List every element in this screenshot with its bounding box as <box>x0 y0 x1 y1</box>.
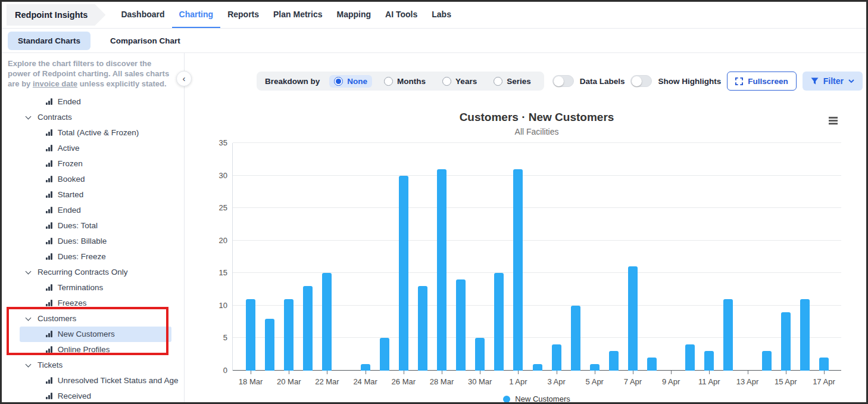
y-axis-label: 25 <box>204 203 227 212</box>
bar-18-mar[interactable] <box>246 299 255 371</box>
tree-item-unresolved-ticket-status-and-age[interactable]: Unresolved Ticket Status and Age <box>2 373 184 389</box>
bar-chart-icon <box>46 191 52 198</box>
x-axis-label: 28 Mar <box>423 377 461 386</box>
bar-1-apr[interactable] <box>513 169 523 371</box>
y-axis-label: 0 <box>204 366 227 375</box>
legend-dot-icon <box>503 396 510 403</box>
nav-item-plan-metrics[interactable]: Plan Metrics <box>266 2 329 28</box>
breakdown-option-years[interactable]: Years <box>438 75 482 88</box>
bar-15-apr[interactable] <box>781 312 791 371</box>
tree-item-label: Customers <box>38 314 76 323</box>
tree-item-dues-billable[interactable]: Dues: Billable <box>2 234 184 249</box>
fullscreen-button[interactable]: Fullscreen <box>727 72 797 91</box>
bar-10-apr[interactable] <box>685 344 695 371</box>
breakdown-option-series[interactable]: Series <box>489 75 536 88</box>
breakdown-option-none[interactable]: None <box>329 75 372 88</box>
bar-11-apr[interactable] <box>704 351 714 371</box>
gridline <box>233 240 841 241</box>
tree-item-active[interactable]: Active <box>2 141 184 156</box>
bar-4-apr[interactable] <box>571 306 580 371</box>
bar-8-apr[interactable] <box>647 358 657 371</box>
sidebar-collapse-button[interactable]: ‹ <box>176 71 192 86</box>
nav-item-ai-tools[interactable]: AI Tools <box>378 2 424 28</box>
bar-28-mar[interactable] <box>437 169 447 371</box>
tab-comparison-chart[interactable]: Comparison Chart <box>100 32 191 50</box>
bar-chart-icon <box>46 346 52 353</box>
show-highlights-toggle[interactable] <box>630 75 652 87</box>
tree-item-label: Online Profiles <box>58 345 110 354</box>
tab-standard-charts[interactable]: Standard Charts <box>8 32 90 50</box>
bar-25-mar[interactable] <box>380 338 389 371</box>
bar-27-mar[interactable] <box>418 286 427 371</box>
nav-item-charting[interactable]: Charting <box>172 2 221 28</box>
bar-3-apr[interactable] <box>552 344 561 371</box>
y-axis-label: 10 <box>204 301 227 310</box>
bar-24-mar[interactable] <box>361 364 370 371</box>
chevron-down-icon <box>848 79 854 83</box>
y-axis-label: 30 <box>204 171 227 180</box>
tree-group-tickets[interactable]: Tickets <box>2 358 184 373</box>
bar-2-apr[interactable] <box>533 364 542 371</box>
chart-legend-item[interactable]: New Customers <box>232 394 841 403</box>
bar-6-apr[interactable] <box>609 351 619 371</box>
tree-item-ended[interactable]: Ended <box>2 94 184 110</box>
tree-item-dues-total[interactable]: Dues: Total <box>2 218 184 234</box>
filter-button[interactable]: Filter <box>803 72 863 91</box>
tree-item-label: Unresolved Ticket Status and Age <box>58 376 179 385</box>
tree-item-freezes[interactable]: Freezes <box>2 296 184 311</box>
tree-item-label: Recurring Contracts Only <box>38 268 128 276</box>
bar-26-mar[interactable] <box>399 176 408 371</box>
y-axis-label: 15 <box>204 268 227 277</box>
tree-item-received[interactable]: Received <box>2 389 184 404</box>
tree-group-customers[interactable]: Customers <box>2 311 184 327</box>
tree-item-new-customers[interactable]: New Customers <box>20 327 171 342</box>
bar-16-apr[interactable] <box>800 299 810 371</box>
tree-group-contracts[interactable]: Contracts <box>2 110 184 125</box>
tree-item-dues-freeze[interactable]: Dues: Freeze <box>2 249 184 265</box>
tree-group-recurring-contracts-only[interactable]: Recurring Contracts Only <box>2 265 184 280</box>
bar-12-apr[interactable] <box>723 299 733 371</box>
breakdown-option-months[interactable]: Months <box>379 75 430 88</box>
bar-30-mar[interactable] <box>475 338 485 371</box>
tree-item-label: New Customers <box>58 330 115 338</box>
main-nav: Dashboard Charting Reports Plan Metrics … <box>114 2 458 28</box>
tree-item-total-active-frozen[interactable]: Total (Active & Frozen) <box>2 125 184 141</box>
data-labels-toggle[interactable] <box>552 75 574 87</box>
bar-21-mar[interactable] <box>303 286 313 371</box>
tree-item-ended[interactable]: Ended <box>2 203 184 218</box>
bar-19-mar[interactable] <box>265 319 274 371</box>
tree-item-booked[interactable]: Booked <box>2 172 184 187</box>
invoice-date-link[interactable]: invoice date <box>33 79 77 88</box>
tree-item-label: Received <box>58 391 91 400</box>
x-axis-label: 20 Mar <box>270 377 308 386</box>
chart-context-menu-icon[interactable] <box>828 116 839 126</box>
y-axis-label: 5 <box>204 333 227 342</box>
bar-22-mar[interactable] <box>322 273 332 371</box>
bar-14-apr[interactable] <box>762 351 772 371</box>
bar-29-mar[interactable] <box>456 279 466 371</box>
tree-item-online-profiles[interactable]: Online Profiles <box>2 342 184 358</box>
x-axis-tick <box>595 371 595 374</box>
nav-item-labs[interactable]: Labs <box>424 2 458 28</box>
tree-item-started[interactable]: Started <box>2 187 184 203</box>
bar-7-apr[interactable] <box>628 266 638 371</box>
nav-item-reports[interactable]: Reports <box>220 2 266 28</box>
tree-item-terminations[interactable]: Terminations <box>2 280 184 296</box>
bar-5-apr[interactable] <box>590 364 600 371</box>
x-axis-tick <box>786 371 786 374</box>
tree-item-label: Ended <box>58 206 81 215</box>
tree-item-label: Dues: Total <box>58 221 98 230</box>
nav-item-dashboard[interactable]: Dashboard <box>114 2 171 28</box>
x-axis-tick <box>442 371 442 374</box>
nav-item-mapping[interactable]: Mapping <box>330 2 379 28</box>
x-axis-label: 22 Mar <box>308 377 346 386</box>
x-axis-tick <box>251 371 251 374</box>
bar-31-mar[interactable] <box>494 273 504 371</box>
chart-title: Customers · New Customers <box>232 111 841 124</box>
tree-item-label: Dues: Billable <box>58 237 107 245</box>
tree-item-frozen[interactable]: Frozen <box>2 156 184 172</box>
x-axis-label: 30 Mar <box>461 377 499 386</box>
bar-20-mar[interactable] <box>284 299 294 371</box>
bar-17-apr[interactable] <box>819 358 829 371</box>
tree-item-label: Booked <box>58 175 85 184</box>
